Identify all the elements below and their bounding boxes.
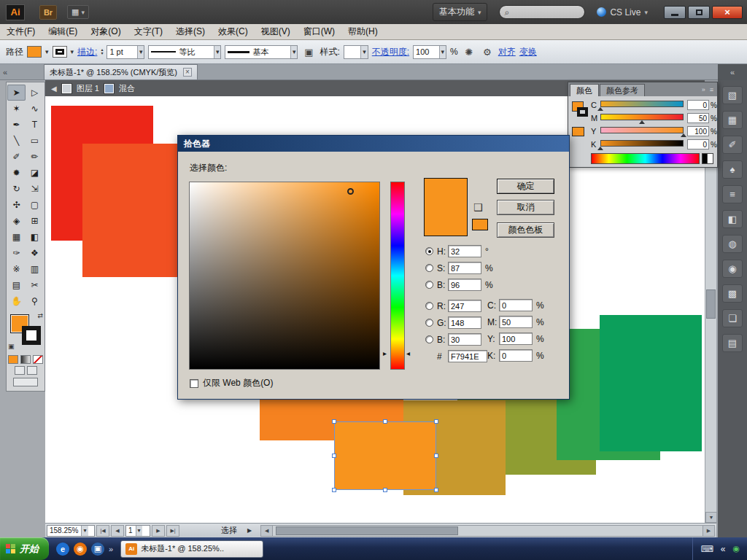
menu-select[interactable]: 选择(S) [169, 24, 212, 40]
align-link[interactable]: 对齐 [498, 46, 516, 58]
yellow-slider-value[interactable]: 100 [687, 126, 709, 136]
object-breadcrumb[interactable]: 混合 [119, 83, 135, 94]
free-transform-tool[interactable]: ▢ [26, 197, 44, 213]
web-only-option[interactable]: 仅限 Web 颜色(O) [190, 377, 273, 389]
swatches-panel-icon[interactable]: ▦ [722, 111, 743, 129]
rectangle-tool[interactable]: ▭ [26, 133, 44, 149]
menu-type[interactable]: 文字(T) [128, 24, 169, 40]
arrange-documents-button[interactable]: ▦ ▾ [67, 5, 89, 19]
expand-options-icon[interactable]: ▣ [301, 44, 316, 59]
keyboard-layout-icon[interactable]: ⌨ [700, 544, 713, 554]
hue-slider-arrow-right[interactable]: ◂ [406, 349, 410, 357]
screen-mode-button[interactable] [13, 378, 38, 386]
horizontal-scroll-thumb[interactable] [276, 526, 458, 535]
menu-view[interactable]: 视图(V) [255, 24, 297, 40]
cancel-button[interactable]: 取消 [497, 200, 554, 215]
selection-handle[interactable] [383, 488, 387, 492]
blob-brush-tool[interactable]: ✹ [7, 165, 26, 181]
taskbar-app-button[interactable]: Ai 未标题-1* @ 158.25%.. [120, 540, 263, 558]
eyedropper-tool[interactable]: ✑ [7, 245, 26, 261]
opacity-combo[interactable]: 100 ▾ [413, 45, 446, 59]
magenta-field[interactable]: 50 [499, 316, 533, 328]
color-button[interactable] [8, 355, 18, 364]
first-artboard-button[interactable]: |◀ [96, 525, 109, 537]
vermilion-square[interactable] [82, 144, 190, 277]
saturation-field[interactable]: 87 [448, 262, 481, 274]
artboard-tool[interactable]: ▤ [7, 277, 26, 293]
blue-field[interactable]: 30 [448, 333, 481, 346]
scroll-right-icon[interactable]: ▶ [703, 526, 714, 536]
menu-window[interactable]: 窗口(W) [297, 24, 341, 40]
menu-effect[interactable]: 效果(C) [212, 24, 255, 40]
black-slider-value[interactable]: 0 [687, 139, 709, 149]
artboard-combo[interactable]: 1 ▾ [125, 525, 150, 537]
chevron-down-icon[interactable]: ▾ [439, 46, 446, 58]
chevron-down-icon[interactable]: ▾ [136, 526, 142, 536]
brightness-field-radio[interactable] [425, 281, 433, 289]
vertical-scroll-thumb[interactable] [706, 289, 716, 319]
last-artboard-button[interactable]: ▶| [166, 525, 179, 537]
yellow-slider[interactable] [600, 126, 684, 136]
ie-icon[interactable]: e [56, 542, 69, 556]
stroke-color-control[interactable] [22, 326, 41, 345]
scroll-down-icon[interactable]: ▼ [705, 512, 717, 523]
fill-dropdown-icon[interactable]: ▾ [45, 48, 49, 55]
gradient-tool[interactable]: ◧ [26, 229, 44, 245]
white-swatch[interactable] [708, 153, 713, 164]
hue-field-radio[interactable] [425, 247, 433, 255]
spin-down-icon[interactable]: ▾ [101, 52, 103, 55]
width-tool[interactable]: ✣ [7, 197, 26, 213]
menu-help[interactable]: 帮助(H) [341, 24, 384, 40]
scroll-left-icon[interactable]: ◀ [261, 526, 273, 536]
gradient-button[interactable] [20, 355, 31, 364]
color-spectrum-bar[interactable] [591, 153, 700, 164]
black-swatch[interactable] [702, 153, 708, 164]
tab-color-guide[interactable]: 颜色参考 [600, 84, 645, 96]
prev-artboard-button[interactable]: ◀ [111, 525, 124, 537]
tray-status-icon[interactable]: ◉ [732, 544, 740, 553]
pen-tool[interactable]: ✒ [7, 117, 26, 133]
horizontal-scroll-track[interactable] [273, 526, 703, 536]
document-tab[interactable]: 未标题-1* @ 158.25% (CMYK/预览) × [44, 64, 198, 79]
cyan-slider-marker[interactable] [597, 107, 603, 111]
saturation-brightness-field[interactable] [189, 182, 380, 370]
stroke-color-swatch[interactable] [53, 46, 67, 58]
bridge-button[interactable]: Br [39, 5, 57, 20]
dialog-titlebar[interactable]: 拾色器 [178, 136, 569, 152]
draw-behind-button[interactable] [27, 366, 37, 375]
selection-handle[interactable] [332, 419, 336, 424]
pencil-tool[interactable]: ✏ [26, 149, 44, 165]
brush-definition-combo[interactable]: 基本 ▾ [225, 45, 298, 59]
vertical-scroll-track[interactable] [705, 107, 716, 512]
quick-launch-chevron-icon[interactable]: » [109, 545, 113, 553]
close-tab-icon[interactable]: × [183, 68, 192, 77]
hue-slider-arrow-left[interactable]: ▸ [383, 349, 387, 357]
hex-field[interactable]: F7941E [448, 350, 487, 362]
type-tool[interactable]: T [26, 117, 44, 133]
stroke-weight-link[interactable]: 描边: [77, 46, 97, 58]
magenta-slider-value[interactable]: 50 [687, 113, 709, 123]
style-combo[interactable]: ▾ [344, 45, 368, 59]
collapse-right-dock-icon[interactable]: « [718, 64, 747, 80]
column-graph-tool[interactable]: ▥ [26, 261, 44, 277]
eraser-tool[interactable]: ◪ [26, 165, 44, 181]
chevron-down-icon[interactable]: ▾ [290, 46, 298, 58]
gamut-color-swatch[interactable] [472, 219, 488, 230]
symbol-sprayer-tool[interactable]: ※ [7, 261, 26, 277]
rotate-tool[interactable]: ↻ [7, 181, 26, 197]
fill-color-swatch[interactable] [27, 46, 42, 58]
black-slider-marker[interactable] [597, 147, 603, 150]
next-artboard-button[interactable]: ▶ [152, 525, 165, 537]
lasso-tool[interactable]: ∿ [26, 101, 44, 117]
tab-color[interactable]: 颜色 [570, 84, 599, 96]
yellow-field[interactable]: 100 [499, 332, 533, 345]
paintbrush-tool[interactable]: ✐ [7, 149, 26, 165]
selection-handle[interactable] [434, 419, 438, 424]
blend-tool[interactable]: ❖ [26, 245, 44, 261]
search-box[interactable]: ⌕ [499, 5, 585, 19]
gradient-panel-icon[interactable]: ◧ [722, 210, 743, 228]
layers-panel-icon[interactable]: ❏ [722, 309, 743, 327]
stroke-weight-combo[interactable]: 1 pt ▾ [107, 45, 144, 59]
stroke-weight-stepper[interactable]: ▴▾ [101, 48, 103, 55]
horizontal-scrollbar[interactable]: ◀ ▶ [260, 525, 715, 537]
